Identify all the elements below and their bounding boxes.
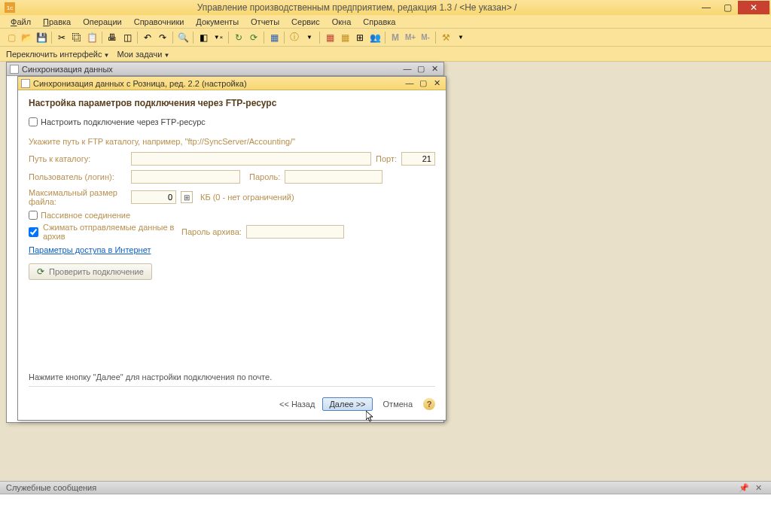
cancel-button[interactable]: Отмена [377, 398, 419, 410]
tools-icon[interactable]: ⚒ [439, 31, 453, 44]
wizard-footer-hint: Нажмите кнопку "Далее" для настройки под… [29, 372, 435, 387]
help-icon[interactable]: ? [423, 398, 435, 410]
reload-icon[interactable]: ⟳ [247, 31, 261, 44]
menu-edit[interactable]: Правка [38, 17, 75, 26]
menu-documents[interactable]: Документы [191, 17, 243, 26]
maxsize-label: Максимальный размер файла: [29, 188, 126, 206]
wizard-titlebar[interactable]: Синхронизация данных с Розница, ред. 2.2… [18, 77, 446, 90]
user-label: Пользователь (логин): [29, 172, 126, 181]
status-body [0, 494, 771, 532]
compress-label: Сжимать отправляемые данные в архив [43, 223, 177, 241]
archive-password-input[interactable] [246, 225, 344, 239]
wizard-heading: Настройка параметров подключения через F… [29, 98, 435, 108]
cut-icon[interactable]: ✂ [55, 31, 69, 44]
search-icon[interactable]: 🔍 [176, 31, 190, 44]
menu-operations[interactable]: Операции [78, 17, 126, 26]
menu-reports[interactable]: Отчеты [246, 17, 284, 26]
pin-icon[interactable]: 📌 [739, 483, 749, 493]
password-input[interactable] [285, 170, 382, 184]
maxsize-spinner-icon[interactable]: ⊞ [181, 191, 193, 203]
grid-icon[interactable]: ▦ [338, 31, 352, 44]
status-close-icon[interactable]: ✕ [755, 483, 762, 493]
port-input[interactable] [401, 152, 435, 166]
save-icon[interactable]: 💾 [35, 31, 48, 44]
next-button[interactable]: Далее >> [322, 397, 372, 411]
path-input[interactable] [131, 152, 371, 166]
sync-window-title: Синхронизация данных [22, 65, 401, 74]
calc-icon[interactable]: ⊞ [353, 31, 367, 44]
wizard-body: Настройка параметров подключения через F… [18, 90, 446, 287]
test-connection-label: Проверить подключение [49, 267, 144, 276]
app-icon: 1c [5, 2, 15, 13]
ftp-hint: Укажите путь к FTP каталогу, например, "… [29, 137, 435, 146]
menu-help[interactable]: Справка [358, 17, 400, 26]
m-plus-icon[interactable]: M+ [404, 31, 417, 44]
password-label: Пароль: [249, 172, 280, 181]
menu-file[interactable]: Файл [6, 17, 35, 26]
sync-minimize-button[interactable]: — [401, 64, 413, 74]
app-titlebar: 1c Управление производственным предприят… [0, 0, 771, 15]
tool-a-icon[interactable]: ◧ [197, 31, 210, 44]
document-icon [10, 65, 19, 74]
wizard-title: Синхронизация данных с Розница, ред. 2.2… [33, 79, 404, 88]
menu-references[interactable]: Справочники [130, 17, 189, 26]
wizard-window: Синхронизация данных с Розница, ред. 2.2… [17, 76, 446, 421]
back-button[interactable]: << Назад [276, 398, 318, 410]
sync-window: Синхронизация данных — ▢ ✕ Синхронизация… [6, 62, 444, 423]
refresh-icon[interactable]: ↻ [232, 31, 245, 44]
print-icon[interactable]: 🖶 [105, 31, 119, 44]
passive-label: Пассивное соединение [41, 211, 130, 220]
kb-hint: КБ (0 - нет ограничений) [200, 193, 294, 202]
document-icon [21, 79, 30, 88]
preview-icon[interactable]: ◫ [120, 31, 134, 44]
wizard-minimize-button[interactable]: — [404, 78, 416, 88]
sync-close-button[interactable]: ✕ [428, 64, 440, 74]
users-icon[interactable]: 👥 [368, 31, 382, 44]
wizard-maximize-button[interactable]: ▢ [417, 78, 429, 88]
switchbar: Переключить интерфейс▼ Мои задачи▼ [0, 47, 771, 62]
my-tasks[interactable]: Мои задачи▼ [117, 50, 169, 59]
ftp-enable-label: Настроить подключение через FTP-ресурс [41, 117, 206, 126]
app-title: Управление производственным предприятием… [18, 2, 696, 13]
menu-service[interactable]: Сервис [287, 17, 325, 26]
window-controls: — ▢ ✕ [696, 1, 769, 14]
user-input[interactable] [131, 170, 240, 184]
redo-icon[interactable]: ↷ [156, 31, 169, 44]
m-minus-icon[interactable]: M- [419, 31, 432, 44]
internet-params-link[interactable]: Параметры доступа в Интернет [29, 245, 151, 254]
menubar: Файл Правка Операции Справочники Докумен… [0, 15, 771, 29]
switch-interface[interactable]: Переключить интерфейс▼ [6, 50, 109, 59]
tool-b-icon[interactable]: ▼× [212, 31, 225, 44]
browse-icon[interactable]: ▦ [267, 31, 281, 44]
passive-checkbox[interactable] [29, 211, 38, 220]
path-label: Путь к каталогу: [29, 154, 126, 163]
port-label: Порт: [376, 154, 397, 163]
paste-icon[interactable]: 📋 [85, 31, 99, 44]
minimize-button[interactable]: — [696, 1, 717, 14]
info-icon[interactable]: ⓘ [288, 31, 301, 44]
toolbar: ▢ 📂 💾 ✂ ⿻ 📋 🖶 ◫ ↶ ↷ 🔍 ◧ ▼× ↻ ⟳ ▦ ⓘ ▼ ▦ ▦… [0, 29, 771, 47]
open-icon[interactable]: 📂 [20, 31, 33, 44]
sync-window-titlebar[interactable]: Синхронизация данных — ▢ ✕ [7, 62, 443, 76]
m-icon[interactable]: M [389, 31, 402, 44]
sync-maximize-button[interactable]: ▢ [415, 64, 427, 74]
maximize-button[interactable]: ▢ [717, 1, 738, 14]
status-title: Служебные сообщения [6, 483, 96, 492]
calendar-icon[interactable]: ▦ [323, 31, 337, 44]
ftp-enable-checkbox[interactable] [29, 117, 38, 126]
wizard-close-button[interactable]: ✕ [431, 78, 443, 88]
copy-icon[interactable]: ⿻ [70, 31, 84, 44]
close-button[interactable]: ✕ [738, 1, 769, 14]
new-icon[interactable]: ▢ [5, 31, 18, 44]
menu-windows[interactable]: Окна [328, 17, 356, 26]
archive-password-label: Пароль архива: [181, 227, 242, 236]
maxsize-input[interactable] [131, 190, 176, 204]
compress-checkbox[interactable] [29, 227, 38, 237]
status-area: Служебные сообщения 📌 ✕ [0, 481, 771, 532]
status-header: Служебные сообщения 📌 ✕ [0, 481, 771, 494]
tools-dropdown-icon[interactable]: ▼ [454, 31, 468, 44]
test-connection-button[interactable]: ⟳ Проверить подключение [29, 263, 152, 280]
wizard-buttons: << Назад Далее >> Отмена ? [276, 397, 435, 411]
undo-icon[interactable]: ↶ [141, 31, 154, 44]
dropdown-icon[interactable]: ▼ [303, 31, 316, 44]
